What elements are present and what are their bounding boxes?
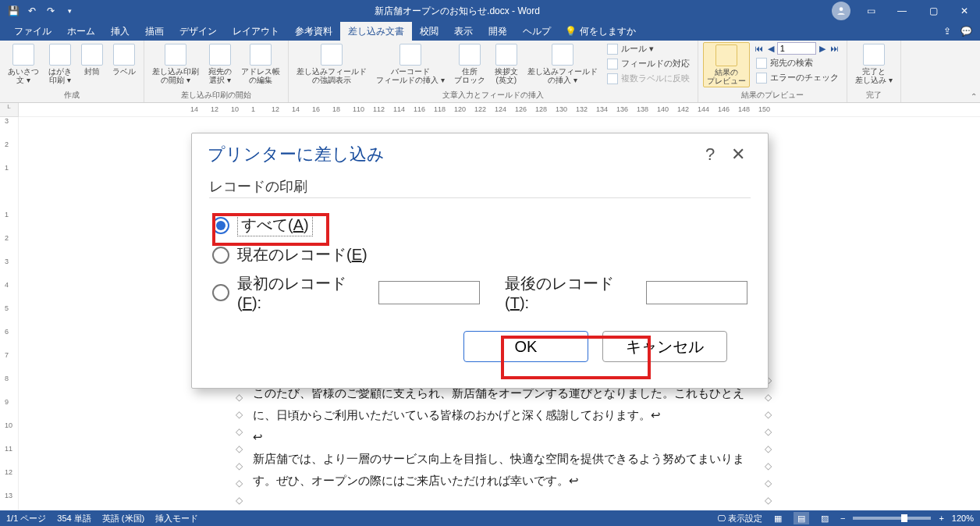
envelope-button[interactable]: 封筒: [78, 42, 106, 77]
status-page[interactable]: 1/1 ページ: [6, 513, 46, 524]
tab-review[interactable]: 校閲: [412, 22, 446, 41]
maximize-button[interactable]: ▢: [918, 0, 949, 22]
display-settings[interactable]: 🖵 表示設定: [717, 513, 762, 524]
collapse-ribbon-icon[interactable]: ⌃: [971, 92, 977, 101]
user-avatar[interactable]: [832, 2, 850, 20]
title-bar: 💾 ↶ ↷ ▾ 新店舗オープンのお知らせ.docx - Word ▭ — ▢ ✕: [0, 0, 980, 22]
label-button[interactable]: ラベル: [109, 42, 139, 77]
radio-all[interactable]: [212, 217, 229, 234]
tab-insert[interactable]: 挿入: [103, 22, 137, 41]
range-from-input[interactable]: [378, 281, 480, 304]
page-border-right: ◇◇◇◇◇◇◇◇◇◇◇◇◇◇◇◇: [760, 375, 774, 510]
status-language[interactable]: 英語 (米国): [102, 513, 144, 524]
share-icon[interactable]: ⇪: [943, 26, 951, 37]
ribbon-group-create: あいさつ文 ▾ はがき印刷 ▾ 封筒 ラベル 作成: [0, 41, 144, 102]
address-block-button[interactable]: 住所ブロック: [451, 42, 488, 86]
find-recipient-button[interactable]: 宛先の検索: [753, 56, 842, 69]
horizontal-ruler[interactable]: 1412101121416181101121141161181201221241…: [19, 103, 980, 117]
group-label-fields: 文章入力とフィールドの挿入: [293, 90, 693, 102]
undo-icon[interactable]: ↶: [25, 4, 39, 18]
tab-mailings[interactable]: 差し込み文書: [340, 22, 412, 41]
dialog-close-button[interactable]: ✕: [724, 144, 752, 165]
tab-references[interactable]: 参考資料: [287, 22, 340, 41]
aisatsu-icon: [12, 44, 34, 66]
edit-recipients-button[interactable]: アドレス帳の編集: [238, 42, 283, 86]
find-icon: [756, 58, 767, 69]
check-errors-button[interactable]: エラーのチェック: [753, 71, 842, 84]
first-record-button[interactable]: ⏮: [753, 44, 765, 53]
radio-row-range[interactable]: 最初のレコード(F): 最後のレコード(T):: [212, 273, 747, 312]
group-label-preview: 結果のプレビュー: [703, 90, 842, 102]
ruler-corner: L: [0, 103, 19, 117]
tab-help[interactable]: ヘルプ: [515, 22, 559, 41]
zoom-in-button[interactable]: +: [939, 514, 943, 523]
next-record-button[interactable]: ▶: [818, 44, 827, 54]
tab-layout[interactable]: レイアウト: [225, 22, 287, 41]
tab-view[interactable]: 表示: [446, 22, 481, 41]
preview-icon: [715, 44, 737, 66]
tab-developer[interactable]: 開発: [481, 22, 515, 41]
redo-icon[interactable]: ↷: [44, 4, 58, 18]
highlight-fields-button[interactable]: 差し込みフィールドの強調表示: [293, 42, 370, 86]
status-insert-mode[interactable]: 挿入モード: [155, 513, 198, 524]
hagaki-button[interactable]: はがき印刷 ▾: [45, 42, 75, 86]
tab-draw[interactable]: 描画: [137, 22, 172, 41]
paragraph: このたび、皆様のご愛顧に支えられ、新店舗をオープンする運びとなりました。これもひ…: [253, 382, 752, 426]
finish-merge-button[interactable]: 完了と差し込み ▾: [852, 42, 896, 86]
dialog-help-button[interactable]: ?: [696, 144, 724, 165]
preview-results-button[interactable]: 結果のプレビュー: [703, 42, 750, 87]
radio-row-current[interactable]: 現在のレコード(E): [212, 244, 747, 265]
cancel-button[interactable]: キャンセル: [602, 331, 727, 362]
dialog-button-row: OK キャンセル: [212, 320, 747, 362]
ribbon-display-icon[interactable]: ▭: [855, 0, 886, 22]
quick-access-toolbar: 💾 ↶ ↷ ▾: [0, 4, 83, 18]
duplabel-icon: [607, 73, 618, 84]
aisatsu-button[interactable]: あいさつ文 ▾: [5, 42, 42, 86]
radio-range-from-label: 最初のレコード(F):: [237, 273, 371, 312]
view-read-icon[interactable]: ▦: [770, 512, 786, 524]
tab-home[interactable]: ホーム: [59, 22, 103, 41]
barcode-button[interactable]: バーコードフィールドの挿入 ▾: [373, 42, 448, 86]
range-to-input[interactable]: [646, 281, 747, 304]
insert-field-button[interactable]: 差し込みフィールドの挿入 ▾: [524, 42, 601, 86]
radio-current[interactable]: [212, 247, 229, 264]
view-print-icon[interactable]: ▤: [794, 512, 809, 524]
ribbon-tabs: ファイル ホーム 挿入 描画 デザイン レイアウト 参考資料 差し込み文書 校閲…: [0, 22, 980, 41]
view-web-icon[interactable]: ▨: [817, 512, 833, 524]
close-button[interactable]: ✕: [949, 0, 980, 22]
greeting-button[interactable]: 挨拶文 (英文): [492, 42, 521, 86]
group-label-start: 差し込み印刷の開始: [149, 90, 283, 102]
page-border-left: ◇◇◇◇◇◇◇◇◇◇◇◇◇◇◇◇: [231, 375, 245, 510]
comments-icon[interactable]: 💬: [960, 26, 972, 37]
tab-design[interactable]: デザイン: [172, 22, 225, 41]
start-mailmerge-button[interactable]: 差し込み印刷の開始 ▾: [149, 42, 202, 86]
save-icon[interactable]: 💾: [6, 4, 20, 18]
lightbulb-icon: 💡: [565, 26, 577, 37]
record-number-input[interactable]: [777, 42, 816, 55]
last-record-button[interactable]: ⏭: [829, 44, 840, 53]
select-recipients-button[interactable]: 宛先の選択 ▾: [205, 42, 235, 86]
tell-me-search[interactable]: 💡 何をしますか: [559, 22, 642, 41]
prev-record-button[interactable]: ◀: [766, 44, 776, 54]
vertical-ruler[interactable]: 32112345678910111213: [0, 117, 19, 510]
dialog-titlebar: プリンターに差し込み ? ✕: [192, 133, 768, 172]
ok-button[interactable]: OK: [463, 331, 588, 362]
merge-to-printer-dialog: プリンターに差し込み ? ✕ レコードの印刷 すべて(A) 現在のレコード(E)…: [191, 133, 769, 389]
status-words[interactable]: 354 単語: [57, 513, 91, 524]
tab-file[interactable]: ファイル: [6, 22, 59, 41]
match-fields-button[interactable]: フィールドの対応: [604, 57, 693, 70]
ribbon-group-fields: 差し込みフィールドの強調表示 バーコードフィールドの挿入 ▾ 住所ブロック 挨拶…: [289, 41, 698, 102]
zoom-thumb[interactable]: [901, 514, 907, 522]
minimize-button[interactable]: —: [886, 0, 918, 22]
group-label-finish: 完了: [852, 90, 896, 102]
zoom-slider[interactable]: [853, 517, 931, 520]
qat-customize-icon[interactable]: ▾: [62, 4, 76, 18]
ribbon-group-preview: 結果のプレビュー ⏮ ◀ ▶ ⏭ 宛先の検索 エラーのチェック 結果のプレビュー: [698, 41, 847, 102]
zoom-level[interactable]: 120%: [952, 514, 974, 523]
rules-button[interactable]: ルール ▾: [604, 42, 693, 55]
radio-row-all[interactable]: すべて(A): [212, 214, 747, 236]
paragraph: ↩: [253, 426, 752, 448]
zoom-out-button[interactable]: −: [840, 514, 845, 523]
ruler-area: L 14121011214161811011211411611812012212…: [0, 103, 980, 117]
radio-range[interactable]: [212, 284, 229, 301]
